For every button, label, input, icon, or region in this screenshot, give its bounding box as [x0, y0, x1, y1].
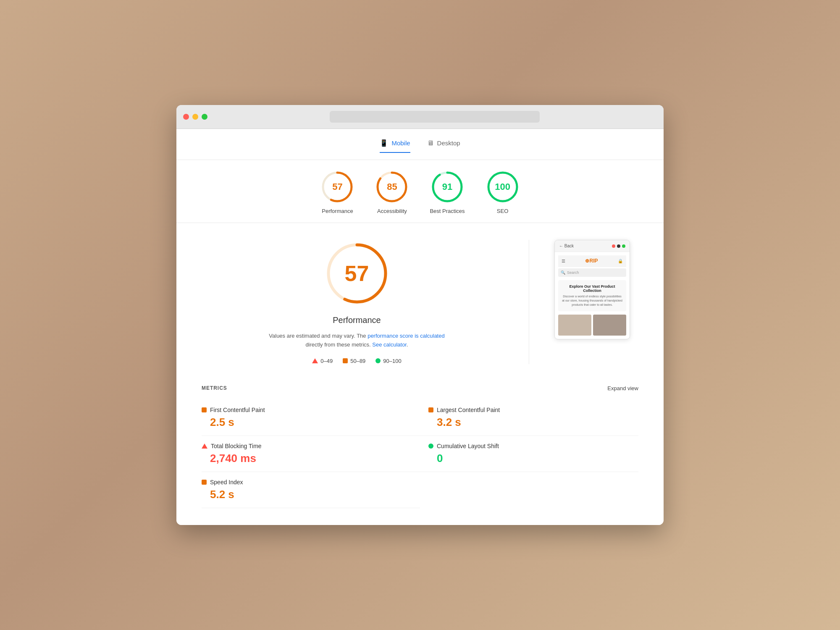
- browser-window: 📱 Mobile 🖥 Desktop 57 Performance: [176, 105, 664, 525]
- score-value-seo: 100: [495, 181, 510, 192]
- legend-range1: 0–49: [320, 358, 333, 364]
- phone-body: ☰ ⊕RIP 🔒 🔍 Search Explore Our Vast Produ…: [555, 252, 630, 339]
- search-icon: 🔍: [561, 270, 565, 275]
- phone-hero-title: Explore Our Vast Product Collection: [562, 284, 623, 293]
- metric-fcp-name: First Contentful Paint: [210, 407, 265, 413]
- traffic-lights: [183, 114, 207, 120]
- metric-si-indicator: [202, 480, 207, 485]
- metrics-header: METRICS Expand view: [202, 385, 638, 391]
- address-bar[interactable]: [330, 111, 540, 123]
- score-circle-seo: 100: [486, 170, 520, 204]
- square-icon: [343, 358, 348, 363]
- big-score-number: 57: [345, 261, 369, 286]
- legend-item-red: 0–49: [312, 358, 333, 364]
- phone-images: [558, 315, 626, 336]
- vertical-divider: [529, 240, 529, 364]
- metric-cls-indicator: [428, 444, 433, 449]
- circle-icon: [375, 358, 381, 363]
- legend-row: 0–49 50–89 90–100: [312, 358, 401, 364]
- legend-item-orange: 50–89: [343, 358, 365, 364]
- hamburger-icon[interactable]: ☰: [562, 259, 565, 263]
- phone-hero-text: Discover a world of endless style possib…: [562, 294, 623, 307]
- score-circle-performance: 57: [320, 170, 354, 204]
- big-score-title: Performance: [333, 315, 381, 325]
- metric-lcp-indicator: [428, 407, 433, 412]
- phone-top-bar: ← Back: [555, 240, 630, 252]
- score-best-practices[interactable]: 91 Best Practices: [430, 170, 465, 214]
- metric-tbt-value: 2,740 ms: [202, 452, 395, 465]
- metric-tbt-indicator: [202, 444, 207, 449]
- scores-row: 57 Performance 85 Accessibility: [176, 160, 664, 223]
- metric-fcp-indicator: [202, 407, 207, 412]
- score-circle-best-practices: 91: [430, 170, 464, 204]
- phone-image-2: [593, 315, 626, 336]
- triangle-icon: [312, 358, 318, 363]
- metric-tbt-header: Total Blocking Time: [202, 443, 395, 449]
- legend-range3: 90–100: [383, 358, 401, 364]
- desktop-icon: 🖥: [427, 139, 434, 147]
- tab-desktop[interactable]: 🖥 Desktop: [427, 139, 460, 153]
- score-value-performance: 57: [332, 181, 342, 192]
- metrics-section: METRICS Expand view First Contentful Pai…: [176, 377, 664, 525]
- main-content: 57 Performance Values are estimated and …: [176, 223, 664, 377]
- maximize-button[interactable]: [202, 114, 207, 120]
- metric-cls-value: 0: [428, 452, 622, 465]
- desc-link2[interactable]: See calculator: [372, 341, 407, 348]
- minimize-button[interactable]: [192, 114, 198, 120]
- score-value-accessibility: 85: [387, 181, 397, 192]
- phone-back-button[interactable]: ← Back: [559, 244, 574, 248]
- phone-logo: ⊕RIP: [585, 258, 598, 264]
- metric-si: Speed Index 5.2 s: [202, 472, 420, 508]
- browser-chrome: [176, 105, 664, 129]
- score-label-best-practices: Best Practices: [430, 208, 465, 214]
- score-accessibility[interactable]: 85 Accessibility: [375, 170, 409, 214]
- metric-fcp-value: 2.5 s: [202, 416, 395, 429]
- score-value-best-practices: 91: [442, 181, 452, 192]
- legend-range2: 50–89: [350, 358, 365, 364]
- phone-hero: Explore Our Vast Product Collection Disc…: [558, 280, 626, 311]
- phone-image-1: [558, 315, 591, 336]
- phone-dot-red: [612, 244, 615, 248]
- desc-middle: directly from these metrics.: [305, 341, 372, 348]
- metric-cls-header: Cumulative Layout Shift: [428, 443, 622, 449]
- metric-si-value: 5.2 s: [202, 488, 395, 501]
- metric-si-header: Speed Index: [202, 479, 395, 486]
- phone-dots: [612, 244, 625, 248]
- tab-mobile[interactable]: 📱 Mobile: [380, 139, 410, 153]
- search-placeholder: Search: [567, 270, 579, 275]
- metric-lcp-name: Largest Contentful Paint: [437, 407, 500, 413]
- score-seo[interactable]: 100 SEO: [486, 170, 520, 214]
- metric-lcp-value: 3.2 s: [428, 416, 622, 429]
- score-label-performance: Performance: [322, 208, 353, 214]
- metric-lcp-header: Largest Contentful Paint: [428, 407, 622, 413]
- big-score-circle: 57: [323, 240, 391, 307]
- metric-fcp-header: First Contentful Paint: [202, 407, 395, 413]
- metrics-grid: First Contentful Paint 2.5 s Largest Con…: [202, 400, 638, 508]
- lock-icon: 🔒: [618, 259, 623, 263]
- metric-si-name: Speed Index: [210, 479, 243, 486]
- browser-content: 📱 Mobile 🖥 Desktop 57 Performance: [176, 129, 664, 525]
- tabs-section: 📱 Mobile 🖥 Desktop: [176, 129, 664, 160]
- metric-cls: Cumulative Layout Shift 0: [420, 436, 638, 472]
- score-performance[interactable]: 57 Performance: [320, 170, 354, 214]
- metric-fcp: First Contentful Paint 2.5 s: [202, 400, 420, 436]
- phone-dot-dark: [617, 244, 620, 248]
- metric-lcp: Largest Contentful Paint 3.2 s: [420, 400, 638, 436]
- description-text: Values are estimated and may vary. The p…: [269, 332, 445, 349]
- tab-desktop-label: Desktop: [437, 139, 460, 147]
- score-label-seo: SEO: [497, 208, 508, 214]
- phone-search-bar[interactable]: 🔍 Search: [558, 268, 626, 277]
- metrics-title: METRICS: [202, 385, 227, 391]
- score-circle-accessibility: 85: [375, 170, 409, 204]
- phone-mockup: ← Back ☰ ⊕RIP 🔒: [554, 240, 630, 339]
- mobile-icon: 📱: [380, 139, 388, 147]
- expand-view-button[interactable]: Expand view: [607, 385, 638, 391]
- desc-link1[interactable]: performance score is calculated: [368, 333, 445, 339]
- close-button[interactable]: [183, 114, 189, 120]
- left-panel: 57 Performance Values are estimated and …: [202, 240, 512, 364]
- tab-mobile-label: Mobile: [391, 139, 410, 147]
- right-panel: ← Back ☰ ⊕RIP 🔒: [546, 240, 638, 364]
- desc-prefix: Values are estimated and may vary. The: [269, 333, 368, 339]
- phone-dot-green: [622, 244, 625, 248]
- score-label-accessibility: Accessibility: [377, 208, 407, 214]
